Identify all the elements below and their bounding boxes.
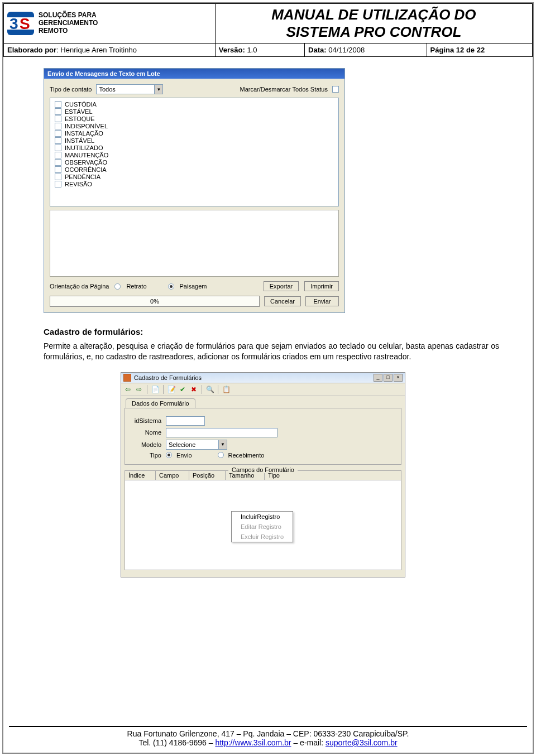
status-checkbox[interactable] — [55, 130, 61, 137]
ctx-excluir[interactable]: Excluir Registro — [232, 532, 293, 542]
chevron-down-icon: ▼ — [154, 85, 162, 94]
exportar-button[interactable]: Exportar — [264, 281, 299, 291]
status-item: INSTÁVEL — [65, 137, 94, 144]
status-checkbox[interactable] — [55, 115, 61, 122]
pagina-value: Página 12 de 22 — [430, 46, 485, 54]
status-item: INUTILIZADO — [65, 145, 103, 151]
paisagem-radio[interactable] — [168, 283, 174, 290]
doc-title-l1: MANUAL DE UTILIZAÇÃO DO — [219, 6, 529, 23]
campos-legend: Campos do Formulário — [228, 466, 298, 473]
status-checkbox[interactable] — [55, 166, 61, 173]
versao-label: Versão: — [219, 46, 245, 54]
marcar-checkbox[interactable] — [332, 86, 339, 93]
col-indice: Índice — [125, 471, 156, 480]
close-icon[interactable]: × — [394, 374, 403, 382]
status-item: ESTOQUE — [65, 115, 95, 122]
tipo-contato-combo[interactable]: Todos ▼ — [96, 84, 163, 94]
elaborado-label: Elaborado por — [7, 46, 56, 54]
status-item: OBSERVAÇÃO — [65, 159, 107, 166]
nome-label: Nome — [131, 429, 161, 436]
status-checkbox[interactable] — [55, 101, 61, 108]
footer-url[interactable]: http://www.3sil.com.br — [215, 738, 291, 747]
header-table: 3S SOLUÇÕES PARA GERENCIAMENTO REMOTO MA… — [3, 3, 533, 57]
chevron-down-icon: ▼ — [218, 440, 227, 449]
status-item: REVISÃO — [65, 181, 92, 187]
tipo-receb-label: Recebimento — [228, 452, 265, 459]
window-title: Envio de Mensagens de Texto em Lote — [44, 69, 344, 79]
retrato-label: Retrato — [126, 283, 146, 290]
tipo-envio-radio[interactable] — [166, 452, 172, 458]
tab-dados-formulario[interactable]: Dados do Formulário — [126, 398, 195, 408]
copy-icon[interactable]: 📋 — [222, 385, 231, 394]
modelo-label: Modelo — [131, 441, 161, 448]
delete-icon[interactable]: ✖ — [189, 385, 198, 394]
col-posicao: Posição — [189, 471, 226, 480]
progress-value: 0% — [150, 298, 159, 305]
status-checkbox[interactable] — [55, 174, 61, 180]
edit-icon[interactable]: 📝 — [167, 385, 176, 394]
app-icon — [123, 374, 131, 382]
logo: 3S SOLUÇÕES PARA GERENCIAMENTO REMOTO — [7, 12, 212, 35]
nav-prev-icon[interactable]: ⇦ — [123, 385, 132, 394]
footer-line1: Rua Fortunato Grilenzone, 417 – Pq. Jand… — [9, 729, 527, 738]
modelo-combo[interactable]: Selecione ▼ — [166, 440, 227, 450]
status-item: OCORRÊNCIA — [65, 166, 107, 173]
nav-next-icon[interactable]: ⇨ — [135, 385, 143, 394]
grid-body[interactable]: IncluirRegistro Editar Registro Excluir … — [125, 480, 401, 570]
nome-input[interactable] — [166, 428, 277, 437]
versao-value: 1.0 — [245, 46, 257, 54]
ctx-incluir[interactable]: IncluirRegistro — [232, 512, 293, 522]
col-campo: Campo — [156, 471, 189, 480]
logo-mark: 3S — [7, 12, 34, 35]
paisagem-label: Paisagem — [180, 283, 207, 290]
status-checkbox[interactable] — [55, 159, 61, 166]
message-textarea[interactable] — [50, 210, 339, 277]
footer-email[interactable]: suporte@3sil.com.br — [326, 738, 398, 747]
doc-title: MANUAL DE UTILIZAÇÃO DO SISTEMA PRO CONT… — [215, 4, 532, 44]
footer-sep: – e-mail: — [291, 738, 326, 747]
logo-line2: GERENCIAMENTO — [39, 20, 98, 27]
status-list[interactable]: CUSTÓDIA ESTÁVEL ESTOQUE INDISPONÍVEL IN… — [50, 98, 339, 206]
confirm-icon[interactable]: ✔ — [178, 385, 187, 394]
minimize-icon[interactable]: _ — [374, 374, 382, 382]
page-footer: Rua Fortunato Grilenzone, 417 – Pq. Jand… — [9, 726, 527, 747]
tab-panel: idSistema Nome Modelo Selecione ▼ — [125, 408, 401, 465]
status-item: MANUTENÇÃO — [65, 152, 108, 158]
status-checkbox[interactable] — [55, 152, 61, 158]
window2-titlebar: Cadastro de Formulários _ □ × — [121, 373, 405, 383]
marcar-label: Marcar/Desmarcar Todos Status — [240, 86, 328, 93]
window2-title: Cadastro de Formulários — [134, 374, 202, 381]
idsistema-input[interactable] — [166, 416, 205, 426]
enviar-button[interactable]: Enviar — [305, 296, 339, 306]
maximize-icon[interactable]: □ — [384, 374, 393, 382]
status-checkbox[interactable] — [55, 123, 61, 129]
footer-tel: Tel. (11) 4186-9696 – — [138, 738, 215, 747]
imprimir-button[interactable]: Imprimir — [304, 281, 339, 291]
window-cadastro-formularios: Cadastro de Formulários _ □ × ⇦ ⇨ 📄 📝 ✔ … — [121, 372, 405, 577]
progress-bar: 0% — [50, 296, 260, 307]
ctx-editar[interactable]: Editar Registro — [232, 522, 293, 532]
meta-data: Data: 04/11/2008 — [305, 44, 427, 57]
status-checkbox[interactable] — [55, 181, 61, 187]
tipo-contato-value: Todos — [97, 86, 154, 93]
window-envio-mensagens: Envio de Mensagens de Texto em Lote Tipo… — [44, 68, 345, 313]
new-icon[interactable]: 📄 — [151, 385, 160, 394]
campos-formulario-group: Campos do Formulário Índice Campo Posiçã… — [125, 470, 401, 570]
logo-text: SOLUÇÕES PARA GERENCIAMENTO REMOTO — [39, 12, 98, 35]
status-checkbox[interactable] — [55, 108, 61, 115]
search-icon[interactable]: 🔍 — [205, 385, 214, 394]
orientacao-label: Orientação da Página — [50, 283, 109, 290]
logo-line1: SOLUÇÕES PARA — [39, 12, 98, 20]
retrato-radio[interactable] — [114, 283, 121, 290]
status-checkbox[interactable] — [55, 137, 61, 144]
status-item: ESTÁVEL — [65, 108, 93, 115]
idsistema-label: idSistema — [131, 417, 161, 424]
status-item: INSTALAÇÃO — [65, 130, 103, 137]
tipo-label: Tipo — [131, 452, 161, 459]
tipo-receb-radio[interactable] — [218, 452, 224, 458]
status-checkbox[interactable] — [55, 145, 61, 151]
logo-line3: REMOTO — [39, 27, 98, 35]
cancelar-button[interactable]: Cancelar — [264, 296, 301, 306]
context-menu: IncluirRegistro Editar Registro Excluir … — [231, 511, 293, 542]
doc-title-l2: SISTEMA PRO CONTROL — [219, 23, 529, 41]
